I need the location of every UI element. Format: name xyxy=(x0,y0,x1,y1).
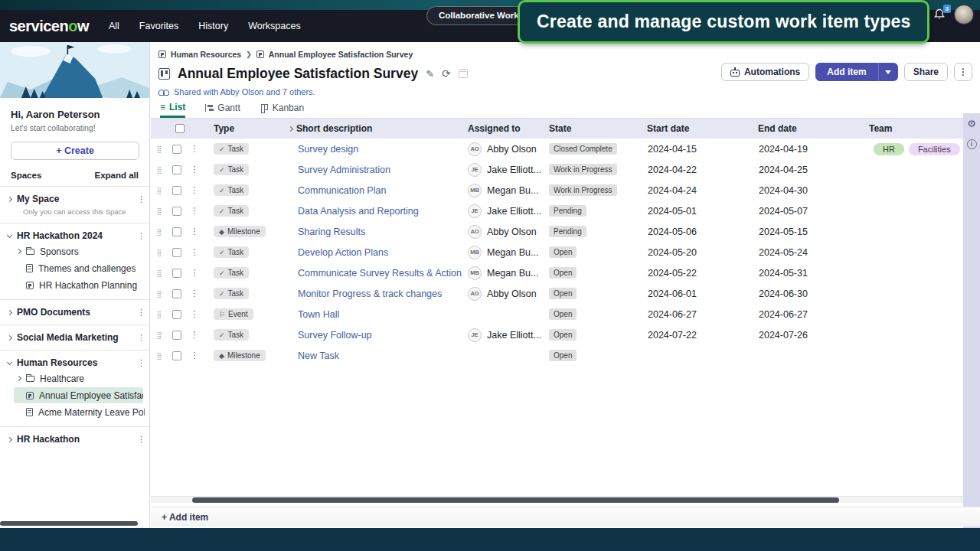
row-menu-button[interactable]: ⋮ xyxy=(186,185,203,195)
tab-kanban[interactable]: Kanban xyxy=(260,101,304,118)
row-menu-button[interactable]: ⋮ xyxy=(186,309,203,319)
work-item-link[interactable]: Survey Administration xyxy=(286,165,390,175)
row-checkbox[interactable] xyxy=(172,269,181,278)
row-checkbox[interactable] xyxy=(172,145,181,154)
shared-with-row[interactable]: Shared with Abby Olson and 7 others. xyxy=(151,83,980,98)
edit-title-icon[interactable]: ✎ xyxy=(426,68,434,80)
work-item-link[interactable]: Communication Plan xyxy=(286,185,386,196)
work-item-link[interactable]: Communicate Survey Results & Actions xyxy=(286,268,462,279)
work-item-link[interactable]: Survey design xyxy=(286,144,358,155)
row-checkbox[interactable] xyxy=(172,186,181,195)
table-row[interactable]: ⣿ ⋮ ✓Task Survey Follow-up JEJake Elliot… xyxy=(151,324,980,345)
column-header-end[interactable]: End date xyxy=(752,123,863,134)
space-menu-button[interactable]: ⋮ xyxy=(137,308,145,318)
column-header-state[interactable]: State xyxy=(543,123,641,134)
space-menu-button[interactable]: ⋮ xyxy=(137,435,145,445)
nav-item-all[interactable]: All xyxy=(109,21,119,31)
table-row[interactable]: ⣿ ⋮ ✓Task Survey Administration JEJake E… xyxy=(151,159,980,180)
work-item-link[interactable]: Data Analysis and Reporting xyxy=(286,206,419,217)
chevron-right-icon[interactable] xyxy=(7,334,12,340)
row-menu-button[interactable]: ⋮ xyxy=(186,227,203,236)
space-child-item[interactable]: Annual Employee Satisfactio... xyxy=(14,387,143,403)
nav-item-favorites[interactable]: Favorites xyxy=(139,21,178,31)
space-menu-button[interactable]: ⋮ xyxy=(137,333,145,343)
row-menu-button[interactable]: ⋮ xyxy=(186,206,203,216)
space-child-item[interactable]: HR Hackathon Planning xyxy=(14,277,145,293)
row-checkbox[interactable] xyxy=(172,227,181,236)
row-checkbox[interactable] xyxy=(172,331,181,340)
table-row[interactable]: ⣿ ⋮ ✓Task Communicate Survey Results & A… xyxy=(151,262,980,283)
work-item-link[interactable]: Town Hall xyxy=(286,309,339,320)
space-item[interactable]: HR Hackathon 2024⋮ xyxy=(8,229,145,243)
add-item-inline-button[interactable]: + Add item xyxy=(162,512,208,523)
chevron-right-icon[interactable] xyxy=(16,249,21,254)
row-menu-button[interactable]: ⋮ xyxy=(186,144,203,154)
space-menu-button[interactable]: ⋮ xyxy=(137,358,145,368)
space-item[interactable]: PMO Documents⋮ xyxy=(8,305,145,319)
space-child-item[interactable]: Acme Maternity Leave Policy... xyxy=(14,404,145,420)
drag-handle-icon[interactable]: ⣿ xyxy=(151,269,168,277)
drag-handle-icon[interactable]: ⣿ xyxy=(151,187,168,194)
table-row[interactable]: ⣿ ⋮ ◆Milestone Sharing Results AOAbby Ol… xyxy=(151,221,980,242)
chevron-right-icon[interactable] xyxy=(7,196,12,201)
space-menu-button[interactable]: ⋮ xyxy=(137,231,145,241)
add-item-caret-button[interactable] xyxy=(878,63,898,81)
space-menu-button[interactable]: ⋮ xyxy=(137,194,145,204)
row-menu-button[interactable]: ⋮ xyxy=(186,165,203,174)
column-header-type[interactable]: Type xyxy=(203,123,286,134)
column-header-start[interactable]: Start date xyxy=(641,123,752,134)
work-item-link[interactable]: New Task xyxy=(286,350,339,361)
automations-button[interactable]: Automations xyxy=(721,63,809,81)
tab-list[interactable]: ≡ List xyxy=(160,101,185,118)
table-row[interactable]: ⣿ ⋮ ✓Task Data Analysis and Reporting JE… xyxy=(151,201,980,221)
table-row[interactable]: ⣿ ⋮ ✓Task Monitor Progress & track chang… xyxy=(151,283,980,304)
drag-handle-icon[interactable]: ⣿ xyxy=(151,331,168,339)
breadcrumb-space[interactable]: Human Resources xyxy=(171,50,241,59)
nav-item-history[interactable]: History xyxy=(198,21,228,31)
expand-all-button[interactable]: Expand all xyxy=(94,171,139,180)
calendar-icon[interactable] xyxy=(459,69,468,78)
space-item[interactable]: My Space⋮ xyxy=(8,192,145,206)
create-button[interactable]: + Create xyxy=(11,142,139,160)
add-item-button[interactable]: Add item xyxy=(815,63,877,81)
table-row[interactable]: ⣿ ⋮ ⚐Event Town Hall Open 2024-06-27 202… xyxy=(151,304,980,324)
chevron-right-icon[interactable] xyxy=(16,376,21,381)
table-row[interactable]: ⣿ ⋮ ✓Task Survey design AOAbby Olson Clo… xyxy=(151,139,980,159)
more-options-button[interactable]: ⋮ xyxy=(954,63,972,81)
select-all-checkbox[interactable] xyxy=(168,124,186,133)
row-checkbox[interactable] xyxy=(172,289,181,298)
row-checkbox[interactable] xyxy=(172,207,181,216)
drag-handle-icon[interactable]: ⣿ xyxy=(151,228,168,236)
table-horizontal-scrollbar-thumb[interactable] xyxy=(192,497,839,503)
row-menu-button[interactable]: ⋮ xyxy=(186,330,203,340)
chevron-down-icon[interactable] xyxy=(7,359,12,364)
row-checkbox[interactable] xyxy=(172,351,181,360)
nav-item-workspaces[interactable]: Workspaces xyxy=(248,21,301,31)
table-row[interactable]: ⣿ ⋮ ◆Milestone New Task Open xyxy=(151,345,980,366)
table-row[interactable]: ⣿ ⋮ ✓Task Develop Action Plans MBMegan B… xyxy=(151,242,980,262)
drag-handle-icon[interactable]: ⣿ xyxy=(151,249,168,256)
sidebar-horizontal-scrollbar[interactable] xyxy=(0,521,138,526)
chevron-down-icon[interactable] xyxy=(7,232,12,237)
table-row[interactable]: ⣿ ⋮ ✓Task Communication Plan MBMegan Bu.… xyxy=(151,180,980,201)
breadcrumb-current[interactable]: Annual Employee Satisfaction Survey xyxy=(269,50,413,59)
drag-handle-icon[interactable]: ⣿ xyxy=(151,166,168,174)
space-child-item[interactable]: Healthcare xyxy=(14,370,145,386)
row-menu-button[interactable]: ⋮ xyxy=(186,247,203,257)
row-menu-button[interactable]: ⋮ xyxy=(186,289,203,298)
drag-handle-icon[interactable]: ⣿ xyxy=(151,352,168,360)
row-checkbox[interactable] xyxy=(172,165,181,174)
space-child-item[interactable]: Themes and challenges xyxy=(14,260,145,276)
row-menu-button[interactable]: ⋮ xyxy=(186,268,203,278)
column-header-assigned[interactable]: Assigned to xyxy=(462,123,543,134)
space-item[interactable]: Social Media Marketing⋮ xyxy=(8,331,145,344)
tab-gantt[interactable]: Gantt xyxy=(205,101,240,118)
row-checkbox[interactable] xyxy=(172,310,181,319)
chevron-right-icon[interactable] xyxy=(7,309,12,315)
drag-handle-icon[interactable]: ⣿ xyxy=(151,207,168,215)
space-child-item[interactable]: Sponsors xyxy=(14,243,145,259)
space-item[interactable]: Human Resources⋮ xyxy=(8,356,145,370)
work-item-link[interactable]: Develop Action Plans xyxy=(286,247,388,258)
row-checkbox[interactable] xyxy=(172,248,181,257)
drag-handle-icon[interactable]: ⣿ xyxy=(151,290,168,298)
